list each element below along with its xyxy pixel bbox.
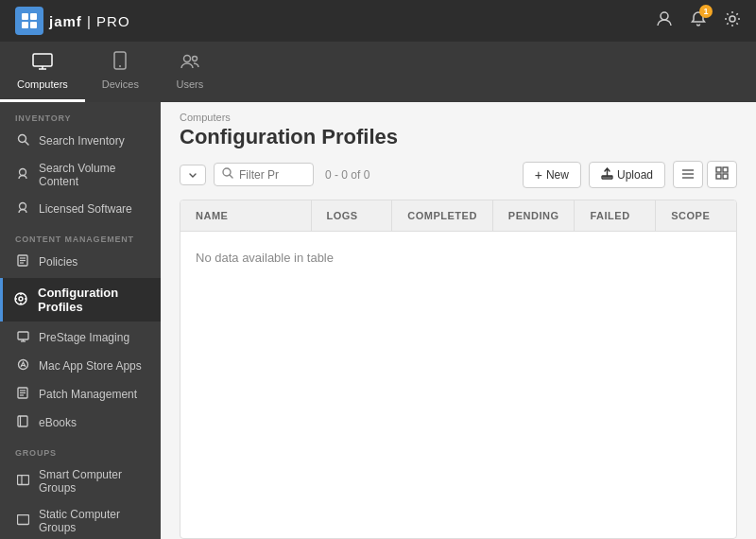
table-container: NAME LOGS COMPLETED PENDING FAILED SCOPE… — [180, 200, 737, 539]
record-count: 0 - 0 of 0 — [325, 168, 369, 182]
table-header: NAME LOGS COMPLETED PENDING FAILED SCOPE — [180, 200, 736, 232]
licensed-software-label: Licensed Software — [39, 202, 132, 216]
sidebar-item-smart-computer-groups[interactable]: Smart Computer Groups — [0, 461, 161, 501]
jamf-icon — [15, 7, 43, 35]
patch-management-label: Patch Management — [39, 388, 137, 401]
sidebar-item-policies[interactable]: Policies — [0, 248, 161, 276]
top-bar: jamf | PRO 1 — [0, 0, 756, 42]
grid-view-button[interactable] — [707, 161, 737, 188]
plus-icon: + — [535, 167, 542, 183]
ebooks-icon — [15, 415, 30, 430]
smart-groups-label: Smart Computer Groups — [39, 468, 146, 495]
svg-point-13 — [19, 169, 26, 176]
sidebar: INVENTORY Search Inventory Search Volume… — [0, 102, 161, 539]
sidebar-item-mac-app-store[interactable]: Mac App Store Apps — [0, 352, 161, 380]
svg-rect-0 — [22, 13, 28, 20]
col-pending: PENDING — [493, 200, 576, 231]
col-scope: SCOPE — [656, 200, 736, 231]
toolbar-right: + New Upload — [523, 161, 737, 188]
settings-icon[interactable] — [724, 10, 741, 32]
sidebar-item-configuration-profiles[interactable]: Configuration Profiles — [0, 278, 161, 322]
user-icon[interactable] — [656, 10, 673, 32]
search-input[interactable] — [239, 168, 305, 182]
table-empty-message: No data available in table — [180, 232, 736, 284]
svg-point-20 — [19, 297, 23, 301]
svg-point-14 — [19, 203, 26, 210]
toolbar-left: 0 - 0 of 0 — [180, 163, 369, 186]
prestage-imaging-icon — [15, 330, 30, 345]
tab-computers-label: Computers — [17, 78, 68, 90]
devices-tab-icon — [113, 51, 127, 75]
device-tabs: Computers Devices Users — [0, 42, 756, 102]
page-title: Configuration Profiles — [161, 123, 756, 161]
tab-users[interactable]: Users — [156, 45, 224, 102]
notification-badge: 1 — [699, 5, 713, 18]
section-label-inventory: INVENTORY — [0, 102, 161, 127]
new-button[interactable]: + New — [523, 162, 581, 188]
col-completed: COMPLETED — [392, 200, 493, 231]
smart-groups-icon — [15, 475, 30, 489]
sidebar-item-prestage-imaging[interactable]: PreStage Imaging — [0, 323, 161, 352]
app-name: jamf | PRO — [49, 13, 130, 29]
svg-line-46 — [230, 175, 232, 178]
svg-rect-2 — [22, 22, 28, 28]
svg-rect-6 — [33, 54, 52, 66]
svg-rect-36 — [17, 475, 28, 484]
search-inventory-label: Search Inventory — [39, 134, 125, 148]
col-name: NAME — [180, 200, 312, 231]
tab-devices[interactable]: Devices — [85, 43, 156, 102]
svg-rect-25 — [18, 332, 28, 339]
section-label-groups: GROUPS — [0, 437, 161, 461]
tab-computers[interactable]: Computers — [0, 45, 85, 102]
upload-button[interactable]: Upload — [589, 162, 665, 188]
licensed-software-icon — [15, 201, 30, 217]
view-toggle — [673, 161, 737, 188]
breadcrumb: Computers — [161, 102, 756, 123]
computers-tab-icon — [32, 53, 53, 75]
search-inventory-icon — [15, 133, 30, 148]
svg-point-9 — [183, 56, 190, 62]
dropdown-button[interactable] — [180, 165, 206, 185]
sidebar-item-patch-management[interactable]: Patch Management — [0, 380, 161, 409]
tab-users-label: Users — [177, 78, 204, 90]
ebooks-label: eBooks — [39, 416, 77, 429]
top-bar-actions: 1 — [656, 10, 741, 32]
sidebar-item-licensed-software[interactable]: Licensed Software — [0, 195, 161, 223]
svg-point-4 — [661, 12, 668, 20]
config-profiles-icon — [13, 291, 28, 309]
mac-app-store-label: Mac App Store Apps — [39, 359, 142, 373]
tab-devices-label: Devices — [102, 78, 139, 90]
sidebar-item-search-volume[interactable]: Search Volume Content — [0, 155, 161, 195]
upload-icon — [601, 167, 613, 183]
svg-point-10 — [192, 57, 197, 61]
svg-rect-54 — [723, 174, 728, 179]
svg-rect-34 — [18, 416, 27, 426]
sidebar-item-ebooks[interactable]: eBooks — [0, 409, 161, 437]
section-label-content-mgmt: CONTENT MANAGEMENT — [0, 223, 161, 248]
search-box — [214, 163, 314, 186]
svg-rect-52 — [723, 167, 728, 172]
sidebar-item-search-inventory[interactable]: Search Inventory — [0, 127, 161, 155]
svg-rect-3 — [30, 22, 37, 28]
list-view-button[interactable] — [673, 161, 703, 188]
static-groups-label: Static Computer Groups — [39, 508, 146, 534]
users-tab-icon — [180, 53, 199, 75]
svg-rect-53 — [716, 174, 721, 179]
sidebar-item-static-computer-groups[interactable]: Static Computer Groups — [0, 501, 161, 539]
policies-label: Policies — [39, 255, 77, 269]
notifications-icon[interactable]: 1 — [690, 10, 707, 32]
static-groups-icon — [15, 514, 30, 529]
col-failed: FAILED — [575, 200, 656, 231]
logo: jamf | PRO — [15, 7, 130, 35]
config-profiles-label: Configuration Profiles — [38, 286, 147, 314]
svg-rect-38 — [17, 514, 28, 524]
search-icon — [222, 167, 233, 182]
toolbar: 0 - 0 of 0 + New Upload — [161, 161, 756, 200]
svg-point-8 — [119, 65, 121, 67]
main-layout: INVENTORY Search Inventory Search Volume… — [0, 102, 756, 539]
upload-button-label: Upload — [617, 168, 653, 182]
svg-rect-1 — [30, 13, 37, 20]
patch-management-icon — [15, 387, 30, 402]
content-area: Computers Configuration Profiles 0 - 0 o… — [161, 102, 756, 539]
search-volume-icon — [15, 167, 30, 183]
